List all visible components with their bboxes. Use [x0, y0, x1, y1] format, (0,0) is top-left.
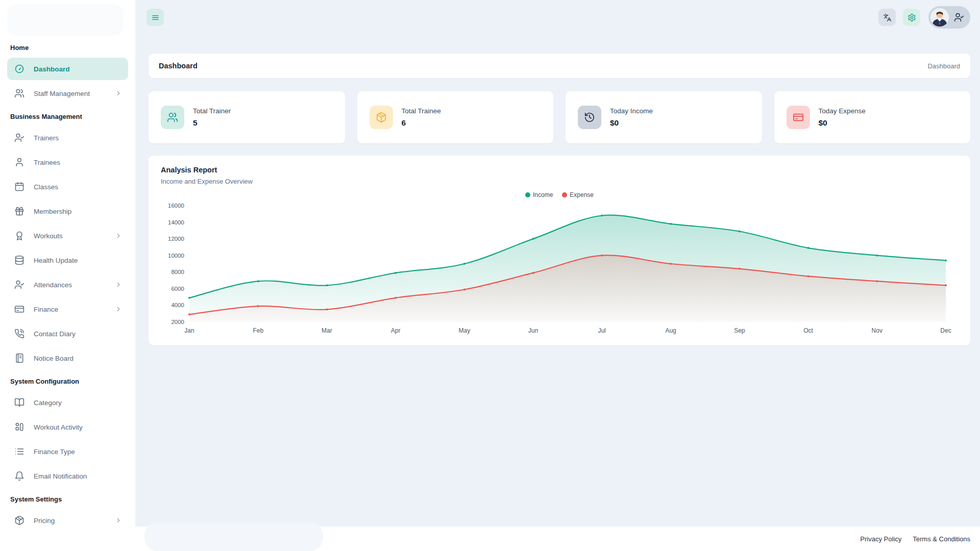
calendar-icon: [14, 182, 24, 192]
stat-text: Total Trainer5: [193, 107, 231, 128]
stat-icon-box: [787, 106, 810, 129]
point-expense: [876, 280, 878, 282]
languages-icon: [883, 13, 892, 22]
sidebar-item-trainers[interactable]: Trainers: [7, 127, 128, 149]
point-expense: [807, 275, 810, 277]
menu-toggle-button[interactable]: [146, 9, 164, 26]
topbar: [135, 0, 980, 35]
x-tick-label: Feb: [253, 327, 263, 334]
profile-menu-button[interactable]: [928, 6, 970, 29]
x-tick-label: Oct: [803, 327, 813, 334]
point-income: [807, 247, 810, 249]
page-title: Dashboard: [159, 62, 198, 70]
sidebar-item-workouts[interactable]: Workouts: [7, 224, 128, 247]
phone-call-icon: [14, 329, 24, 339]
stat-value: $0: [819, 118, 866, 128]
stat-label: Today Expense: [819, 107, 866, 115]
book-open-icon: [14, 397, 24, 408]
content: Dashboard Dashboard Total Trainer5Total …: [135, 35, 980, 527]
sidebar-item-label: Finance: [34, 306, 106, 313]
sidebar-item-attendances[interactable]: Attendances: [7, 273, 128, 296]
stat-value: 5: [193, 118, 231, 128]
sidebar-item-label: Attendances: [34, 281, 106, 289]
stat-icon-box: [578, 106, 601, 129]
legend-item-income[interactable]: Income: [525, 191, 553, 198]
sidebar-item-label: Finance Type: [34, 448, 122, 456]
y-tick-label: 16000: [168, 203, 184, 209]
notebook-icon: [14, 353, 24, 363]
stat-label: Total Trainee: [402, 107, 441, 115]
package-icon: [376, 112, 387, 123]
x-tick-label: Jan: [184, 327, 194, 334]
sidebar-item-finance[interactable]: Finance: [7, 298, 128, 320]
chart-title: Analysis Report: [161, 166, 958, 174]
sidebar-item-label: Classes: [34, 183, 122, 191]
user-check-icon: [954, 12, 964, 22]
legend-label: Income: [533, 191, 553, 198]
users-icon: [167, 112, 178, 123]
stat-value: $0: [610, 118, 653, 128]
y-tick-label: 14000: [168, 219, 184, 226]
sidebar-nav: HomeDashboardStaff ManagementBusiness Ma…: [7, 44, 128, 532]
x-tick-label: Dec: [940, 327, 951, 334]
point-expense: [670, 263, 672, 265]
language-button[interactable]: [878, 9, 896, 26]
sidebar-item-trainees[interactable]: Trainees: [7, 151, 128, 173]
menu-icon: [151, 13, 160, 22]
sidebar-item-health-update[interactable]: Health Update: [7, 249, 128, 271]
point-expense: [326, 309, 328, 311]
legend-label: Expense: [570, 191, 594, 198]
sidebar-section-home: Home: [10, 44, 125, 52]
sidebar-section-business-management: Business Management: [10, 113, 125, 120]
users-icon: [14, 88, 24, 98]
breadcrumb[interactable]: Dashboard: [927, 62, 960, 70]
chevron-right-icon: [115, 281, 122, 288]
sidebar-item-label: Category: [34, 399, 122, 407]
stat-text: Today Expense$0: [819, 107, 866, 128]
sidebar-item-label: Health Update: [34, 257, 122, 264]
y-tick-label: 8000: [171, 269, 184, 275]
sidebar-item-workout-activity[interactable]: Workout Activity: [7, 416, 128, 438]
sidebar-item-label: Email Notification: [34, 472, 122, 480]
sidebar-item-finance-type[interactable]: Finance Type: [7, 440, 128, 463]
footer-link-terms-conditions[interactable]: Terms & Conditions: [913, 535, 970, 543]
sidebar-item-membership[interactable]: Membership: [7, 200, 128, 222]
sidebar-item-contact-diary[interactable]: Contact Diary: [7, 322, 128, 345]
point-income: [463, 263, 465, 265]
package-icon: [14, 515, 24, 525]
point-expense: [463, 289, 465, 291]
sidebar: HomeDashboardStaff ManagementBusiness Ma…: [0, 0, 135, 551]
stat-icon-box: [370, 106, 393, 129]
chart-plot: 200040006000800010000120001400016000JanF…: [161, 199, 958, 338]
point-expense: [945, 284, 947, 286]
sidebar-item-classes[interactable]: Classes: [7, 176, 128, 198]
settings-button[interactable]: [903, 9, 920, 26]
footer-link-privacy-policy[interactable]: Privacy Policy: [860, 535, 901, 543]
x-tick-label: Apr: [391, 327, 401, 334]
stat-value: 6: [402, 118, 441, 128]
database-icon: [14, 255, 24, 265]
point-expense: [532, 272, 534, 274]
sidebar-item-pricing[interactable]: Pricing: [7, 509, 128, 532]
sidebar-item-label: Trainers: [34, 134, 122, 142]
sidebar-item-email-notification[interactable]: Email Notification: [7, 465, 128, 487]
gift-icon: [14, 206, 24, 216]
chevron-right-icon: [115, 306, 122, 313]
sidebar-item-staff-management[interactable]: Staff Management: [7, 82, 128, 105]
y-tick-label: 12000: [168, 236, 184, 242]
sidebar-item-label: Trainees: [34, 159, 122, 166]
x-tick-label: Aug: [665, 327, 676, 334]
sidebar-item-dashboard[interactable]: Dashboard: [7, 58, 128, 80]
point-income: [601, 215, 603, 217]
sidebar-item-notice-board[interactable]: Notice Board: [7, 347, 128, 369]
analysis-report-card: Analysis Report Income and Expense Overv…: [149, 156, 970, 345]
y-tick-label: 6000: [171, 286, 184, 292]
sidebar-item-category[interactable]: Category: [7, 391, 128, 414]
credit-card-icon: [793, 112, 804, 123]
x-tick-label: Sep: [734, 327, 745, 334]
point-income: [188, 297, 190, 299]
bell-icon: [14, 471, 24, 481]
gauge-icon: [14, 64, 24, 74]
legend-item-expense[interactable]: Expense: [562, 191, 594, 198]
footer: Privacy PolicyTerms & Conditions: [135, 527, 980, 551]
